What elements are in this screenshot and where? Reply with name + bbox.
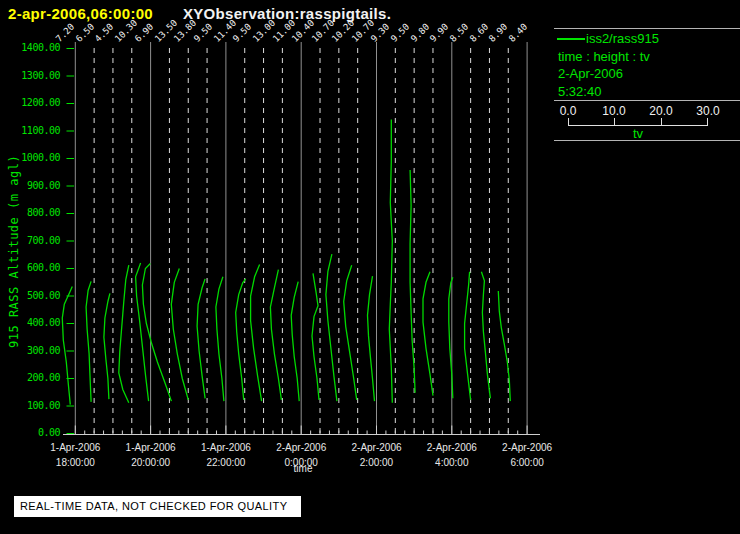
xyobservation-window: 2-apr-2006,06:00:00 XYObservation:rasspi… (0, 0, 740, 534)
y-tick-label: 0.00 (0, 427, 60, 438)
legend-divider-bottom (554, 140, 740, 141)
legend-fields: time : height : tv (558, 49, 650, 64)
y-tick-label: 200.00 (0, 372, 60, 383)
legend-series-name: iss2/rass915 (586, 31, 659, 46)
tv-profile-trace (236, 279, 246, 400)
y-tick-label: 700.00 (0, 235, 60, 246)
tv-scale-tick-0: 0.0 (546, 104, 590, 118)
y-tick-label: 400.00 (0, 317, 60, 328)
tv-profile-trace (326, 254, 337, 401)
tv-scale-tick-10: 10.0 (592, 104, 636, 118)
legend-divider-top (554, 28, 740, 29)
y-tick-label: 500.00 (0, 290, 60, 301)
tv-profile-trace (312, 273, 319, 400)
y-tick-label: 600.00 (0, 262, 60, 273)
tv-profile-trace (368, 276, 375, 401)
y-tick-label: 100.00 (0, 400, 60, 411)
tv-profile-trace (197, 279, 205, 398)
tv-profile-trace (62, 286, 72, 404)
y-tick-label: 300.00 (0, 345, 60, 356)
quality-status-banner: REAL-TIME DATA, NOT CHECKED FOR QUALITY (14, 496, 301, 517)
tv-profile-trace (104, 293, 110, 399)
tv-scale-label: tv (608, 126, 668, 141)
y-tick-label: 1200.00 (0, 97, 60, 108)
plot-area[interactable]: 0.00100.00200.00300.00400.00500.00600.00… (0, 0, 740, 534)
tv-scale-ruler (568, 118, 708, 126)
y-tick-label: 1400.00 (0, 42, 60, 53)
tv-profile-trace (86, 281, 91, 402)
tv-profile-trace (291, 282, 299, 401)
legend-divider-middle (554, 100, 740, 101)
tv-profile-trace (270, 270, 281, 400)
legend-line-sample-icon (557, 38, 585, 40)
ruler-tick (568, 118, 569, 125)
ruler-tick (614, 118, 615, 125)
y-tick-label: 800.00 (0, 207, 60, 218)
legend-clock: 5:32:40 (558, 84, 601, 99)
y-tick-label: 1000.00 (0, 152, 60, 163)
tv-profile-trace (423, 272, 433, 396)
legend-series-entry: iss2/rass915 (557, 31, 659, 46)
tv-scale-tick-30: 30.0 (686, 104, 730, 118)
tv-profile-trace (344, 265, 357, 400)
ruler-tick (661, 118, 662, 125)
legend-date: 2-Apr-2006 (558, 66, 623, 81)
y-tick-label: 1100.00 (0, 125, 60, 136)
x-tick-label: 2-Apr-20066:00:00 (482, 440, 572, 470)
tv-profile-trace (171, 269, 188, 400)
tv-profile-trace (119, 265, 129, 403)
ruler-tick (707, 118, 708, 125)
tv-profile-trace (216, 277, 224, 401)
tv-scale-tick-20: 20.0 (639, 104, 683, 118)
y-tick-label: 900.00 (0, 180, 60, 191)
tv-profile-trace (498, 291, 510, 401)
tv-profile-trace (251, 264, 262, 401)
tv-profile-trace (465, 272, 471, 400)
tv-profile-trace (389, 119, 392, 402)
y-tick-label: 1300.00 (0, 70, 60, 81)
x-axis-title: time (258, 463, 348, 474)
